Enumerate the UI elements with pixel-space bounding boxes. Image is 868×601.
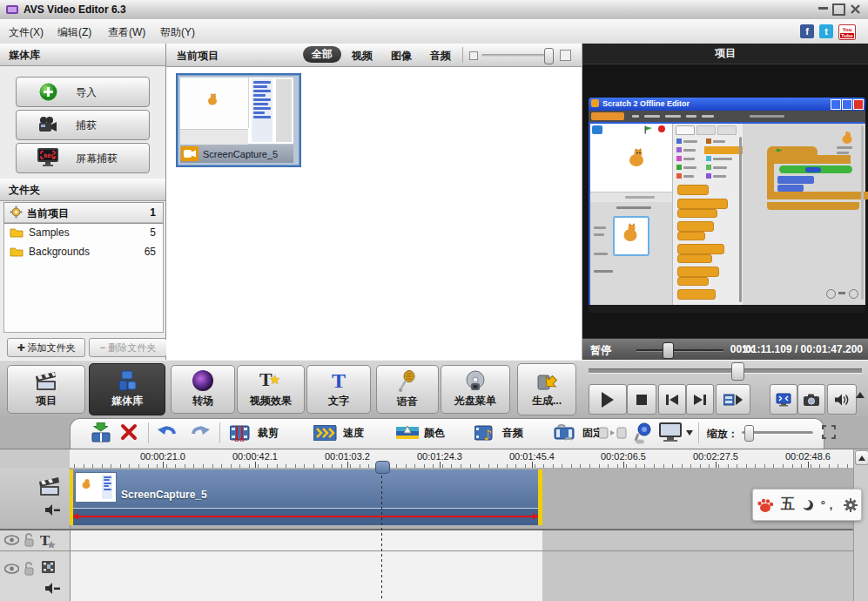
track-mute-icon[interactable]	[45, 504, 61, 516]
preview-sprite-pane	[590, 202, 672, 305]
ime-punctuation-toggle[interactable]: °，	[821, 497, 837, 513]
tab-image[interactable]: 图像	[391, 49, 412, 64]
playhead-handle[interactable]	[375, 461, 390, 474]
mode-disc-menu-button[interactable]: 光盘菜单	[441, 365, 510, 414]
freeze-button[interactable]: 固定	[553, 422, 603, 443]
tab-audio[interactable]: 音频	[430, 49, 451, 64]
audio-label: 音频	[502, 426, 523, 441]
scrollbar-up-button[interactable]	[855, 450, 868, 465]
fit-timeline-icon[interactable]	[822, 425, 836, 439]
tab-all[interactable]: 全部	[303, 46, 341, 63]
next-frame-button[interactable]	[686, 384, 714, 415]
preview-palette-tab1	[676, 125, 695, 135]
tab-video[interactable]: 视频	[352, 49, 373, 64]
menu-help[interactable]: 帮助(Y)	[160, 25, 195, 40]
snapshot-button[interactable]	[797, 384, 825, 415]
mode-produce-button[interactable]: 生成...	[517, 363, 576, 415]
voice-record-button[interactable]	[633, 422, 654, 444]
youtube-top: You	[839, 27, 855, 32]
seek-slider-handle[interactable]	[731, 362, 744, 381]
mode-transitions-button[interactable]: 转场	[171, 365, 235, 414]
color-bars-icon	[396, 425, 419, 441]
timeline-ruler[interactable]: 00:00:21.0 00:00:42.1 00:01:03.2 00:01:2…	[70, 449, 853, 469]
stop-button[interactable]	[627, 384, 656, 415]
maximize-button[interactable]	[832, 3, 845, 16]
thumb-size-track[interactable]	[481, 54, 551, 57]
folder-row-backgrounds[interactable]: Backgrounds 65	[4, 242, 163, 260]
timeline-clip-screencapture5[interactable]: ScreenCapture_5	[70, 469, 542, 525]
folder-row-current-project[interactable]: 当前项目 1	[4, 203, 163, 223]
speed-slider-track[interactable]	[636, 349, 723, 351]
thumb-size-small-icon[interactable]	[469, 51, 478, 60]
volume-button[interactable]	[827, 384, 857, 415]
import-button[interactable]: 导入	[16, 77, 150, 107]
mode-project-button[interactable]: 项目	[7, 365, 85, 414]
display-mode-dropdown-arrow[interactable]	[686, 430, 693, 436]
timeline-scrollbar[interactable]	[853, 449, 868, 601]
fullscreen-button[interactable]	[770, 384, 797, 415]
timeline-zoom-handle[interactable]	[744, 425, 754, 442]
speed-slider-handle[interactable]	[663, 342, 674, 359]
seek-slider-track[interactable]	[589, 368, 862, 374]
prev-frame-button[interactable]	[658, 384, 686, 415]
preview-xp-close	[853, 99, 864, 110]
track-visibility-eye-icon[interactable]	[4, 535, 19, 545]
ime-logo-paw-icon[interactable]	[757, 497, 774, 513]
trim-button[interactable]: 裁剪	[230, 422, 279, 443]
project-media-title: 当前项目	[177, 49, 219, 64]
redo-button[interactable]	[188, 422, 212, 443]
volume-line-right-arrow	[533, 513, 538, 520]
media-thumbnail-screencapture5[interactable]: ScreenCapture_5	[176, 73, 301, 167]
color-button[interactable]: 颜色	[396, 422, 445, 443]
add-folder-button[interactable]: ✚ 添加文件夹	[7, 338, 85, 357]
mode-video-effects-button[interactable]: T ★ 视频效果	[237, 365, 305, 414]
folder-row-samples[interactable]: Samples 5	[4, 223, 163, 241]
overlay-track-content[interactable]	[71, 551, 542, 601]
preview-video-frame: Scratch 2 Offline Editor	[589, 98, 865, 313]
thumb-size-handle[interactable]	[544, 48, 554, 64]
ime-wubi-toggle[interactable]: 五	[781, 496, 795, 514]
mode-media-library-button[interactable]: 媒体库	[89, 363, 165, 415]
undo-button[interactable]	[157, 422, 181, 443]
overlay-film-icon[interactable]	[41, 559, 57, 575]
twitter-icon[interactable]: t	[819, 24, 833, 38]
ime-fullwidth-moon-icon[interactable]	[802, 499, 814, 511]
audio-button[interactable]: ♪ 音频	[474, 422, 523, 443]
thumb-label: ScreenCapture_5	[203, 149, 278, 159]
play-icon	[602, 392, 614, 408]
track-mute-icon[interactable]	[45, 583, 61, 594]
track-lock-icon[interactable]	[24, 533, 34, 547]
volume-expand-arrow[interactable]	[856, 392, 865, 398]
split-preview-button[interactable]	[716, 384, 750, 415]
thumb-size-large-icon[interactable]	[560, 50, 571, 61]
track-lock-icon[interactable]	[24, 562, 34, 576]
play-button[interactable]	[589, 384, 627, 415]
menu-file[interactable]: 文件(X)	[9, 25, 44, 40]
facebook-icon[interactable]: f	[800, 24, 814, 38]
track-visibility-eye-icon[interactable]	[4, 564, 19, 574]
mode-voice-button[interactable]: 语音	[376, 365, 439, 414]
clip-volume-line[interactable]	[73, 516, 538, 517]
remove-folder-button[interactable]: − 删除文件夹	[89, 338, 167, 357]
record-speaker-icon	[633, 422, 654, 444]
menu-edit[interactable]: 编辑(Z)	[57, 25, 91, 40]
folder-name: Samples	[29, 226, 70, 239]
header-separator	[462, 47, 463, 63]
display-mode-button[interactable]	[658, 422, 684, 444]
video-track-icon	[38, 475, 61, 497]
screen-capture-button[interactable]: REC 屏幕捕获	[16, 143, 150, 173]
ime-settings-gear-icon[interactable]	[844, 498, 858, 512]
menu-view[interactable]: 查看(W)	[108, 25, 145, 40]
close-button[interactable]	[850, 3, 861, 14]
minimize-button[interactable]	[818, 7, 828, 10]
pause-label[interactable]: 暂停	[590, 343, 611, 358]
mode-text-button[interactable]: T 文字	[306, 365, 371, 414]
speed-button[interactable]: 速度	[313, 422, 364, 443]
delete-clip-button[interactable]	[120, 423, 139, 442]
storyboard-toggle-icon[interactable]	[599, 427, 629, 439]
youtube-icon[interactable]: You Tube	[838, 24, 856, 40]
capture-button[interactable]: 捕获	[16, 110, 150, 140]
text-track-icon[interactable]: T	[40, 533, 56, 548]
text-track-content[interactable]	[71, 530, 542, 550]
split-clip-button[interactable]	[91, 422, 113, 443]
